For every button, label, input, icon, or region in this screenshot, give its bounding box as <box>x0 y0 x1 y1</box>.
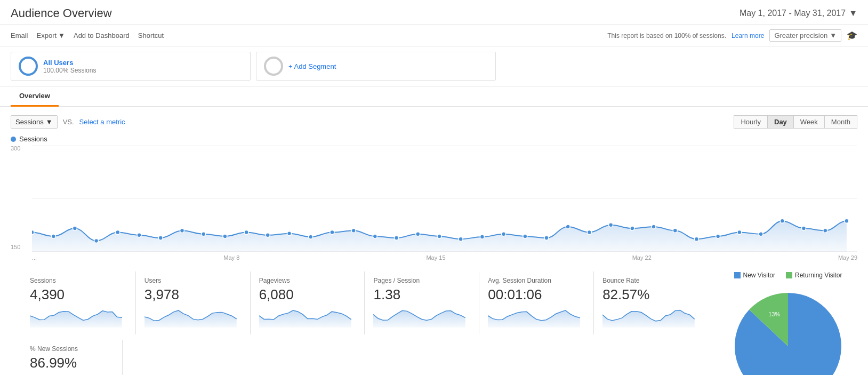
sparkline-svg <box>144 306 242 328</box>
time-btn-week[interactable]: Week <box>793 115 825 129</box>
stat-card-sessions: Sessions4,390 <box>21 272 136 334</box>
y-label-300: 300 <box>11 145 32 151</box>
learn-more-link[interactable]: Learn more <box>732 32 764 39</box>
svg-point-4 <box>51 234 55 238</box>
stat-card2-new-sessions: % New Sessions86.99% <box>21 340 123 375</box>
svg-point-17 <box>330 230 334 235</box>
stat-label: Avg. Session Duration <box>488 277 585 284</box>
chart-svg-area: ... May 8 May 15 May 22 May 29 <box>32 145 857 261</box>
stat-card-bounce-rate: Bounce Rate82.57% <box>594 272 708 334</box>
stat-value: 82.57% <box>602 286 700 303</box>
svg-point-30 <box>609 223 613 227</box>
x-label-may29: May 29 <box>838 254 857 261</box>
svg-point-41 <box>845 219 849 223</box>
svg-point-13 <box>244 230 248 235</box>
svg-point-22 <box>437 234 441 238</box>
new-visitor-color-icon <box>734 272 741 278</box>
sparkline-svg <box>488 306 585 328</box>
export-caret-icon: ▼ <box>58 31 65 39</box>
sessions-dropdown[interactable]: Sessions ▼ <box>11 115 58 129</box>
time-btn-day[interactable]: Day <box>767 115 794 129</box>
x-label-may8: May 8 <box>223 254 239 261</box>
returning-visitor-legend-item: Returning Visitor <box>786 272 842 279</box>
tabs-bar: Overview <box>0 86 868 107</box>
date-range-text: May 1, 2017 - May 31, 2017 <box>740 9 846 18</box>
shortcut-button[interactable]: Shortcut <box>138 31 164 39</box>
time-buttons: Hourly Day Week Month <box>734 115 857 129</box>
x-label-start: ... <box>32 254 37 261</box>
all-users-segment[interactable]: All Users 100.00% Sessions <box>11 52 251 81</box>
stat-label: Bounce Rate <box>602 277 700 284</box>
sparkline-svg <box>373 306 470 328</box>
pie-chart-area: New Visitor Returning Visitor 87% 13% <box>719 261 857 375</box>
page-title: Audience Overview <box>11 6 112 20</box>
svg-point-23 <box>459 237 463 241</box>
svg-point-29 <box>587 230 591 235</box>
stat-card-pageviews: Pageviews6,080 <box>251 272 365 334</box>
precision-caret-icon: ▼ <box>830 31 837 39</box>
svg-point-25 <box>502 232 506 236</box>
x-label-may15: May 15 <box>426 254 445 261</box>
svg-text:13%: 13% <box>768 311 780 317</box>
svg-point-6 <box>94 238 99 243</box>
bottom-section: Sessions4,390Users3,978Pageviews6,080Pag… <box>0 261 868 375</box>
add-segment-chip[interactable]: + Add Segment <box>256 52 496 81</box>
sparkline-svg <box>259 306 356 328</box>
add-segment-circle-icon <box>264 57 283 76</box>
top-header: Audience Overview May 1, 2017 - May 31, … <box>0 0 868 25</box>
stat-value: 3,978 <box>144 286 242 303</box>
pie-chart-svg: 87% 13% <box>729 288 847 375</box>
segments-area: All Users 100.00% Sessions + Add Segment <box>0 46 868 86</box>
svg-point-32 <box>652 225 656 229</box>
stat-card-pages---session: Pages / Session1.38 <box>365 272 479 334</box>
svg-point-38 <box>780 219 784 223</box>
svg-point-19 <box>373 234 377 238</box>
svg-point-3 <box>32 230 34 235</box>
stats-row-2: % New Sessions86.99% <box>11 334 719 375</box>
svg-point-33 <box>673 228 677 233</box>
stat-label: Pageviews <box>259 277 356 284</box>
svg-point-7 <box>116 230 120 235</box>
svg-point-20 <box>395 236 399 240</box>
toolbar: Email Export ▼ Add to Dashboard Shortcut… <box>0 25 868 46</box>
chart-container: 300 150 <box>11 145 857 261</box>
svg-point-12 <box>223 234 227 238</box>
svg-point-16 <box>309 235 313 239</box>
date-range[interactable]: May 1, 2017 - May 31, 2017 ▼ <box>740 9 857 18</box>
time-btn-month[interactable]: Month <box>824 115 857 129</box>
stat-label-new-sessions: % New Sessions <box>30 345 114 353</box>
svg-point-18 <box>351 228 356 233</box>
export-button[interactable]: Export ▼ <box>37 31 65 39</box>
svg-point-35 <box>716 234 720 238</box>
hat-icon[interactable]: 🎓 <box>847 30 857 41</box>
x-axis-labels: ... May 8 May 15 May 22 May 29 <box>32 253 857 261</box>
svg-point-21 <box>416 232 420 236</box>
tab-overview[interactable]: Overview <box>11 86 59 107</box>
stat-value: 4,390 <box>30 286 127 303</box>
email-button[interactable]: Email <box>11 31 28 39</box>
add-dashboard-button[interactable]: Add to Dashboard <box>74 31 130 39</box>
add-segment-label[interactable]: + Add Segment <box>288 62 336 70</box>
stat-label: Users <box>144 277 242 284</box>
new-visitor-label: New Visitor <box>743 272 775 279</box>
stat-value: 6,080 <box>259 286 356 303</box>
sessions-caret-icon: ▼ <box>46 118 53 126</box>
precision-label: Greater precision <box>774 31 827 39</box>
svg-point-10 <box>180 228 184 233</box>
y-label-150: 150 <box>11 244 32 250</box>
svg-point-5 <box>73 226 77 230</box>
svg-point-9 <box>158 236 163 240</box>
time-btn-hourly[interactable]: Hourly <box>734 115 768 129</box>
stat-value: 00:01:06 <box>488 286 585 303</box>
stat-value: 1.38 <box>373 286 470 303</box>
select-metric-link[interactable]: Select a metric <box>79 118 125 126</box>
sessions-btn-label: Sessions <box>15 118 44 126</box>
chart-controls: Sessions ▼ VS. Select a metric Hourly Da… <box>11 115 857 129</box>
stat-card-avg--session-duration: Avg. Session Duration00:01:06 <box>479 272 594 334</box>
report-note: This report is based on 100% of sessions… <box>607 32 726 39</box>
svg-point-26 <box>523 234 527 238</box>
svg-point-31 <box>630 226 634 230</box>
precision-dropdown[interactable]: Greater precision ▼ <box>769 29 841 42</box>
x-label-may22: May 22 <box>632 254 652 261</box>
stat-value-new-sessions: 86.99% <box>30 355 114 371</box>
